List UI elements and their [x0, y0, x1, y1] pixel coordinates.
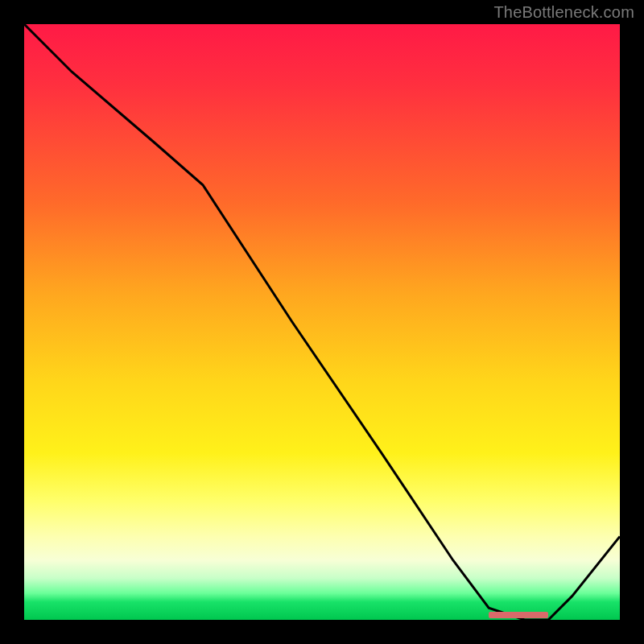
bottleneck-curve [24, 24, 620, 620]
watermark-text: TheBottleneck.com [493, 3, 634, 22]
chart-stage: TheBottleneck.com [0, 0, 644, 644]
plot-area [24, 24, 620, 620]
curve-path [24, 24, 620, 620]
optimal-range-marker [489, 612, 548, 618]
